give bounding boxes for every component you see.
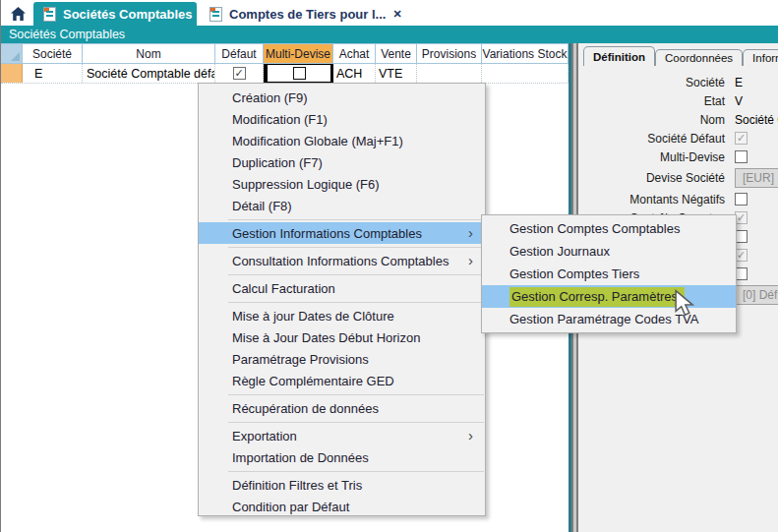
menu-item-importation-de-donnees[interactable]: Importation de Données: [199, 446, 485, 468]
tab-comptes-de-tiers[interactable]: Comptes de Tiers pour l... ✕: [200, 2, 402, 26]
view-title-bar: Sociétés Comptables: [1, 26, 778, 43]
submenu-arrow-icon: ›: [468, 226, 473, 240]
column-header-multi-devise[interactable]: Multi-Devise: [264, 44, 333, 63]
menu-item-modification-globale[interactable]: Modification Globale (Maj+F1): [199, 130, 485, 151]
field-label-devise-societe: Devise Société: [578, 171, 725, 185]
cell-multi-devise-focused[interactable]: ✓: [264, 64, 333, 83]
field-value-nom: Société Comptable défaut: [735, 113, 778, 127]
menu-item-duplication[interactable]: Duplication (F7): [199, 151, 485, 173]
menu-item-gestion-informations-comptables[interactable]: Gestion Informations Comptables›: [199, 222, 485, 244]
menu-item-creation[interactable]: Création (F9): [199, 87, 485, 108]
menu-item-consultation-informations-comptables[interactable]: Consultation Informations Comptables›: [199, 250, 485, 271]
field-label-societe-defaut: Société Défaut: [578, 132, 725, 146]
submenu-item-gestion-journaux[interactable]: Gestion Journaux: [482, 240, 736, 263]
check-icon: ✓: [234, 68, 243, 79]
mouse-cursor: [674, 289, 697, 317]
check-icon: ✓: [737, 250, 746, 261]
row-selector-cell[interactable]: [1, 64, 23, 83]
menu-separator: [228, 247, 484, 248]
cell-achat[interactable]: ACH: [333, 64, 376, 83]
submenu-arrow-icon: ›: [468, 254, 473, 267]
column-header-achat[interactable]: Achat: [333, 44, 376, 63]
field-label-multi-devise: Multi-Devise: [578, 150, 725, 164]
checkbox-societe-defaut[interactable]: ✓: [735, 132, 748, 145]
close-icon[interactable]: ✕: [392, 9, 401, 20]
cell-nom[interactable]: Société Comptable défaut: [83, 64, 215, 83]
menu-item-exportation[interactable]: Exportation›: [199, 425, 485, 446]
tab-label: Sociétés Comptables: [63, 7, 193, 22]
menu-item-suppression-logique[interactable]: Suppression Logique (F6): [199, 173, 485, 195]
cell-defaut[interactable]: ✓: [215, 64, 264, 83]
tab-societes-comptables[interactable]: Sociétés Comptables ✕: [33, 2, 197, 26]
panel-tab-strip: Définition Coordonnées Information: [583, 46, 778, 66]
menu-item-mise-a-jour-dates-debut-horizon[interactable]: Mise à Jour Dates Début Horizon: [199, 326, 485, 348]
menu-item-detail[interactable]: Détail (F8): [199, 195, 485, 216]
field-value-societe: E: [735, 76, 743, 89]
column-header-variations-stock[interactable]: Variations Stock: [482, 44, 569, 63]
grid-corner-cell[interactable]: [1, 44, 23, 63]
menu-separator: [228, 422, 484, 423]
home-icon: [10, 6, 27, 22]
column-header-vente[interactable]: Vente: [376, 44, 417, 63]
home-tab[interactable]: [5, 2, 31, 26]
tab-definition[interactable]: Définition: [583, 46, 655, 66]
submenu-arrow-icon: ›: [468, 429, 473, 443]
view-title: Sociétés Comptables: [9, 28, 125, 41]
field-label-montants-negatifs: Montants Négatifs: [578, 193, 725, 207]
submenu-item-gestion-corresp-parametres[interactable]: Gestion Corresp. Paramètres: [482, 285, 736, 308]
cell-variations-stock[interactable]: [482, 64, 569, 83]
devise-button[interactable]: [EUR]: [735, 168, 778, 188]
tab-bar: Sociétés Comptables ✕ Comptes de Tiers p…: [1, 0, 778, 26]
column-header-societe[interactable]: Société: [23, 44, 83, 63]
check-icon: ✓: [737, 212, 746, 223]
document-icon: [43, 7, 56, 22]
checkbox-multi-devise[interactable]: ✓: [735, 150, 748, 163]
cell-vente[interactable]: VTE: [376, 64, 417, 83]
cell-provisions[interactable]: [417, 64, 482, 83]
menu-separator: [228, 302, 484, 303]
menu-item-parametrage-provisions[interactable]: Paramétrage Provisions: [199, 348, 485, 370]
menu-separator: [228, 274, 484, 275]
tab-coordonnees[interactable]: Coordonnées: [655, 49, 743, 66]
field-label-nom: Nom: [578, 113, 725, 127]
context-submenu: Gestion Comptes Comptables Gestion Journ…: [481, 214, 737, 333]
tab-information[interactable]: Information: [743, 49, 778, 66]
tab-label: Comptes de Tiers pour l...: [229, 7, 386, 22]
checkbox-montants-negatifs[interactable]: ✓: [735, 193, 748, 206]
column-header-nom[interactable]: Nom: [83, 44, 215, 63]
menu-item-condition-par-defaut[interactable]: Condition par Défaut: [199, 496, 485, 517]
menu-item-recuperation-de-donnees[interactable]: Récupération de données: [199, 397, 485, 419]
menu-item-mise-a-jour-dates-cloture[interactable]: Mise à jour Dates de Clôture: [199, 305, 485, 326]
column-header-defaut[interactable]: Défaut: [215, 44, 264, 63]
checkbox[interactable]: ✓: [233, 67, 246, 80]
corner-triangle-icon: [11, 52, 20, 61]
cell-societe[interactable]: E: [23, 64, 83, 83]
check-icon: ✓: [737, 133, 746, 144]
table-row[interactable]: E Société Comptable défaut ✓ ✓ ACH VTE: [1, 64, 569, 84]
menu-separator: [228, 219, 484, 220]
document-icon: [209, 7, 222, 22]
defaut-button[interactable]: [0] Déf: [735, 285, 778, 305]
field-value-etat: V: [735, 94, 743, 108]
menu-separator: [228, 471, 484, 472]
column-header-provisions[interactable]: Provisions: [417, 44, 482, 63]
menu-item-calcul-facturation[interactable]: Calcul Facturation: [199, 277, 485, 299]
menu-item-modification[interactable]: Modification (F1): [199, 108, 485, 130]
menu-item-regle-complementaire-ged[interactable]: Règle Complémentaire GED: [199, 370, 485, 391]
context-menu: Création (F9) Modification (F1) Modifica…: [198, 83, 486, 516]
field-label-societe: Société: [578, 76, 725, 89]
checkbox[interactable]: ✓: [293, 67, 306, 80]
submenu-item-gestion-comptes-comptables[interactable]: Gestion Comptes Comptables: [482, 217, 736, 240]
menu-separator: [228, 394, 484, 395]
field-label-etat: Etat: [578, 94, 725, 108]
submenu-item-gestion-parametrage-codes-tva[interactable]: Gestion Paramétrage Codes TVA: [482, 308, 736, 330]
menu-item-definition-filtres-et-tris[interactable]: Définition Filtres et Tris: [199, 474, 485, 496]
grid-header-row: Société Nom Défaut Multi-Devise Achat Ve…: [1, 43, 569, 64]
submenu-item-gestion-comptes-tiers[interactable]: Gestion Comptes Tiers: [482, 263, 736, 285]
